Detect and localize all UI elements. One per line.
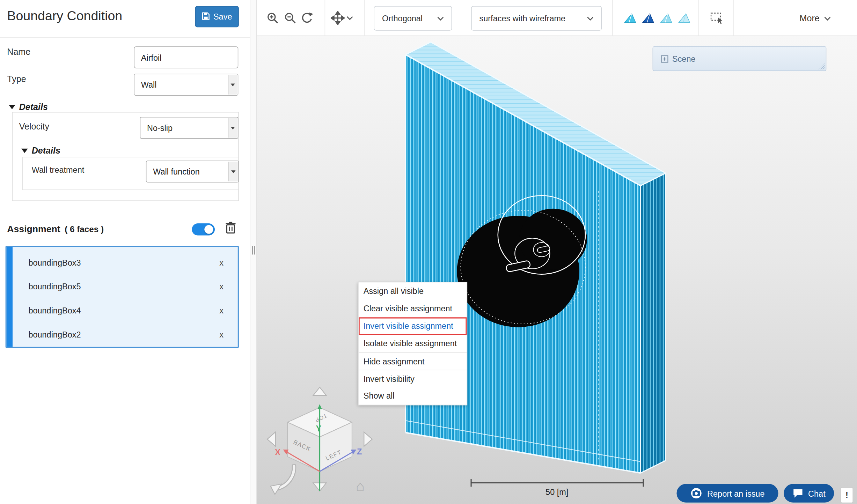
chat-button[interactable]: Chat — [784, 484, 834, 503]
menu-item-clear-visible-assignment[interactable]: Clear visible assignment — [359, 300, 467, 317]
viewport-canvas[interactable]: ⌂ TOP BACK LEFT X Y Z — [257, 36, 857, 504]
remove-assignment-button[interactable]: x — [219, 329, 224, 339]
chat-bubble-icon — [792, 488, 803, 498]
menu-item-invert-visibility[interactable]: Invert visibility — [359, 370, 467, 387]
projection-dropdown[interactable]: Orthogonal — [374, 6, 452, 30]
tetrahedron-icon — [623, 12, 637, 24]
roll-arrow[interactable] — [271, 466, 294, 494]
notification-badge[interactable]: ! — [841, 487, 853, 503]
remove-assignment-button[interactable]: x — [219, 282, 224, 291]
render-mode-dropdown[interactable]: surfaces with wireframe — [471, 6, 602, 30]
type-select-arrow[interactable] — [228, 75, 237, 94]
menu-item-assign-all-visible[interactable]: Assign all visible — [359, 282, 467, 300]
viewport-context-menu: Assign all visible Clear visible assignm… — [358, 282, 467, 406]
zoom-out-button[interactable] — [281, 9, 299, 27]
mesh-quality-button-4[interactable] — [675, 9, 694, 27]
box-select-button[interactable] — [707, 9, 726, 27]
zoom-in-button[interactable] — [263, 9, 282, 27]
more-label: More — [800, 13, 820, 23]
save-button-label: Save — [213, 12, 232, 21]
wall-treatment-label: Wall treatment — [32, 165, 84, 175]
resize-grip-icon[interactable] — [818, 63, 825, 69]
refresh-view-button[interactable] — [298, 9, 316, 27]
header-divider — [0, 37, 250, 38]
menu-item-isolate-visible-assignment[interactable]: Isolate visible assignment — [359, 335, 467, 352]
assignment-item-label: boundingBox5 — [28, 282, 81, 291]
assignment-label: Assignment — [7, 224, 60, 235]
toggle-knob-icon — [204, 225, 213, 234]
velocity-select[interactable]: No-slip — [140, 117, 239, 139]
marquee-select-icon — [709, 12, 724, 25]
assignment-toggle[interactable] — [192, 223, 215, 235]
scale-bar — [471, 479, 643, 487]
toolbar-separator — [698, 0, 699, 36]
scene-label: Scene — [672, 54, 696, 64]
home-view-icon[interactable]: ⌂ — [356, 478, 365, 494]
axis-x-label: X — [275, 448, 280, 457]
collapse-triangle-icon — [21, 149, 28, 153]
scene-expand-icon — [661, 55, 668, 62]
scale-bar-label: 50 [m] — [526, 487, 588, 497]
rotate-up-arrow[interactable] — [313, 387, 327, 395]
panel-resizer[interactable] — [250, 0, 257, 504]
chevron-down-icon — [587, 16, 594, 21]
toolbar-separator — [364, 0, 365, 36]
details-label: Details — [19, 102, 48, 112]
assignment-count: ( 6 faces ) — [65, 224, 104, 234]
tetrahedron-icon — [641, 12, 655, 24]
render-mode-value: surfaces with wireframe — [479, 14, 566, 23]
inner-details-box: Wall treatment Wall function — [22, 157, 239, 190]
mesh-quality-button-2[interactable] — [639, 9, 657, 27]
chevron-down-icon — [346, 16, 353, 20]
save-button[interactable]: Save — [195, 6, 239, 27]
details-box: Velocity No-slip Details Wall treatment … — [12, 112, 239, 201]
velocity-select-arrow[interactable] — [228, 118, 237, 138]
mesh-quality-button-1[interactable] — [621, 9, 639, 27]
type-select[interactable]: Wall — [134, 74, 238, 96]
inner-details-label: Details — [32, 146, 60, 156]
projection-value: Orthogonal — [382, 14, 423, 23]
collapse-triangle-icon — [9, 105, 15, 109]
pan-mode-dropdown[interactable] — [344, 9, 355, 27]
tetrahedron-icon — [677, 12, 691, 24]
navigation-cube[interactable]: ⌂ TOP BACK LEFT X Y Z — [267, 387, 372, 495]
rotate-right-arrow[interactable] — [364, 432, 372, 446]
wall-treatment-select[interactable]: Wall function — [146, 161, 239, 183]
chevron-down-icon — [231, 170, 236, 173]
name-label: Name — [7, 47, 30, 57]
toolbar-separator — [612, 0, 613, 36]
report-issue-button[interactable]: Report an issue — [676, 484, 778, 503]
assignment-item[interactable]: boundingBox3 x — [7, 250, 238, 274]
name-input[interactable] — [134, 46, 238, 68]
type-select-value: Wall — [141, 80, 157, 89]
chevron-down-icon — [230, 83, 235, 86]
mesh-quality-button-3[interactable] — [657, 9, 675, 27]
menu-item-hide-assignment[interactable]: Hide assignment — [359, 352, 467, 370]
boundary-condition-panel: Boundary Condition Save Name Type Wall D… — [0, 0, 250, 504]
assignment-item[interactable]: boundingBox2 x — [7, 322, 238, 346]
mesh-box[interactable] — [405, 42, 666, 473]
inner-details-collapse-header[interactable]: Details — [21, 146, 60, 156]
type-label: Type — [7, 74, 26, 84]
toolbar-separator — [325, 0, 325, 36]
tetrahedron-icon — [659, 12, 673, 24]
resizer-handle-icon[interactable] — [252, 246, 255, 254]
application-window: Boundary Condition Save Name Type Wall D… — [0, 0, 857, 504]
assignment-item-label: boundingBox4 — [28, 306, 81, 315]
scene-tree-button[interactable]: Scene — [653, 46, 827, 71]
assignment-item[interactable]: boundingBox5 x — [7, 274, 238, 298]
delete-assignment-button[interactable] — [224, 222, 237, 236]
assignment-item[interactable]: boundingBox4 x — [7, 298, 238, 322]
menu-item-invert-visible-assignment[interactable]: Invert visible assignment — [359, 317, 467, 335]
menu-item-show-all[interactable]: Show all — [359, 387, 467, 405]
rotate-left-arrow[interactable] — [267, 432, 275, 446]
refresh-icon — [301, 12, 314, 25]
wall-treatment-select-arrow[interactable] — [228, 162, 238, 181]
remove-assignment-button[interactable]: x — [219, 258, 224, 267]
remove-assignment-button[interactable]: x — [219, 306, 224, 315]
axis-z-label: Z — [357, 447, 362, 456]
details-collapse-header[interactable]: Details — [9, 102, 48, 112]
velocity-label: Velocity — [19, 122, 49, 132]
more-menu-button[interactable]: More — [793, 6, 837, 30]
mesh-scene: ⌂ TOP BACK LEFT X Y Z — [257, 36, 857, 504]
